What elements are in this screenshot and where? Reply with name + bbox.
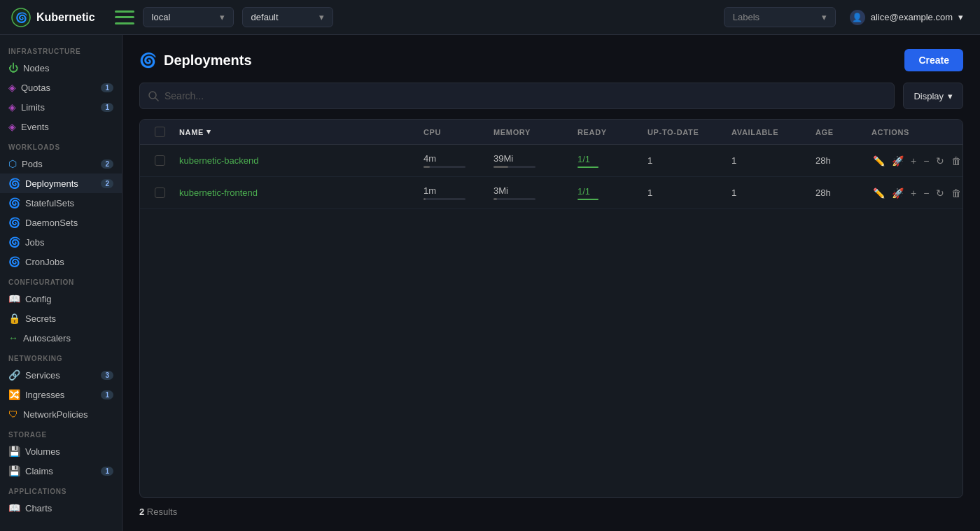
select-all-checkbox[interactable]	[155, 127, 165, 137]
sidebar-item-label: Volumes	[25, 446, 60, 457]
sidebar-item-label: Pods	[22, 159, 43, 169]
row-select-checkbox[interactable]	[155, 187, 165, 198]
sidebar-badge: 3	[101, 371, 113, 380]
user-menu[interactable]: 👤 alice@example.com ▾	[844, 7, 969, 28]
create-button[interactable]: Create	[904, 49, 963, 71]
sidebar-item-label: Services	[25, 370, 60, 381]
cpu-cell: 1m	[418, 177, 488, 208]
sidebar-item-services[interactable]: 🔗Services3	[0, 365, 122, 385]
sidebar-item-nodes[interactable]: ⏻Nodes	[0, 58, 122, 78]
refresh-icon[interactable]: ↻	[934, 154, 946, 168]
sidebar-item-volumes[interactable]: 💾Volumes	[0, 441, 122, 461]
toolbar-row: Display ▾	[139, 83, 963, 109]
sidebar-item-claims[interactable]: 💾Claims1	[0, 461, 122, 481]
header-up-to-date: UP-TO-DATE	[642, 120, 726, 144]
header-actions: ACTIONS	[866, 120, 957, 144]
edit-icon[interactable]: ✏️	[872, 154, 886, 168]
namespace-arrow: ▾	[319, 12, 324, 22]
table-body: kubernetic-backend 4m 39Mi 1/1 1 1 28h ✏…	[140, 145, 962, 209]
search-box	[139, 83, 895, 109]
sidebar-item-charts[interactable]: 📖Charts	[0, 498, 122, 518]
events-icon: ◈	[8, 121, 16, 132]
ingresses-icon: 🔀	[8, 389, 20, 400]
nodes-icon: ⏻	[8, 62, 18, 73]
results-count: 2	[139, 507, 144, 517]
networkpolicies-icon: 🛡	[8, 409, 18, 420]
sidebar-item-label: Charts	[25, 503, 52, 514]
page-title-area: 🌀 Deployments	[139, 52, 252, 69]
cluster-dropdown[interactable]: local ▾	[143, 7, 234, 27]
header-name[interactable]: NAME ▾	[174, 120, 418, 144]
sidebar-section-storage: STORAGE	[0, 424, 122, 441]
sidebar-item-label: NetworkPolicies	[23, 409, 88, 420]
deployment-name[interactable]: kubernetic-backend	[174, 147, 418, 174]
page-title: Deployments	[164, 52, 252, 69]
cluster-label: local	[152, 12, 171, 22]
cluster-arrow: ▾	[220, 12, 225, 22]
user-avatar-icon: 👤	[850, 10, 865, 25]
search-icon	[148, 91, 159, 101]
actions-cell: ✏️ 🚀 + − ↻ 🗑	[866, 178, 957, 208]
sidebar-item-config[interactable]: 📖Config	[0, 289, 122, 309]
sidebar-badge: 1	[101, 467, 113, 476]
sidebar-item-label: DaemonSets	[25, 218, 78, 228]
quotas-icon: ◈	[8, 82, 16, 93]
sidebar-item-statefulsets[interactable]: 🌀StatefulSets	[0, 193, 122, 213]
delete-icon[interactable]: 🗑	[950, 186, 962, 200]
sidebar-section-workloads: WORKLOADS	[0, 136, 122, 154]
search-input[interactable]	[164, 90, 886, 101]
sidebar-item-label: Secrets	[25, 313, 56, 324]
row-checkbox[interactable]	[146, 147, 174, 174]
display-button[interactable]: Display ▾	[903, 83, 963, 109]
sidebar-item-deployments[interactable]: 🌀Deployments2	[0, 174, 122, 193]
sidebar-item-networkpolicies[interactable]: 🛡NetworkPolicies	[0, 404, 122, 424]
delete-icon[interactable]: 🗑	[950, 154, 962, 168]
refresh-icon[interactable]: ↻	[934, 186, 946, 200]
add-icon[interactable]: +	[909, 154, 918, 168]
row-checkbox[interactable]	[146, 179, 174, 206]
sidebar-item-daemonsets[interactable]: 🌀DaemonSets	[0, 213, 122, 232]
statefulsets-icon: 🌀	[8, 197, 20, 208]
actions-cell: ✏️ 🚀 + − ↻ 🗑	[866, 146, 957, 176]
sidebar-item-pods[interactable]: ⬡Pods2	[0, 154, 122, 174]
sidebar-item-label: Limits	[21, 102, 45, 113]
cronjobs-icon: 🌀	[8, 256, 20, 267]
sidebar-item-ingresses[interactable]: 🔀Ingresses1	[0, 385, 122, 404]
hamburger-menu-icon[interactable]	[115, 10, 134, 24]
config-icon: 📖	[8, 293, 20, 304]
sidebar-badge: 2	[101, 179, 113, 188]
sidebar-item-limits[interactable]: ◈Limits1	[0, 97, 122, 117]
sidebar-section-applications: APPLICATIONS	[0, 481, 122, 498]
sidebar-item-events[interactable]: ◈Events	[0, 117, 122, 136]
minus-icon[interactable]: −	[922, 154, 930, 168]
deployment-name[interactable]: kubernetic-frontend	[174, 179, 418, 206]
row-select-checkbox[interactable]	[155, 155, 165, 166]
sidebar-item-autoscalers[interactable]: ↔Autoscalers	[0, 328, 122, 348]
jobs-icon: 🌀	[8, 236, 20, 248]
name-sort-icon: ▾	[206, 127, 211, 136]
age-cell: 28h	[810, 179, 866, 206]
charts-icon: 📖	[8, 502, 20, 514]
display-label: Display	[913, 91, 944, 101]
deploy-icon[interactable]: 🚀	[890, 154, 905, 168]
sidebar-item-label: Events	[21, 122, 49, 132]
header-ready: READY	[572, 120, 642, 144]
header-checkbox[interactable]	[146, 120, 174, 144]
sidebar-item-quotas[interactable]: ◈Quotas1	[0, 78, 122, 97]
namespace-dropdown[interactable]: default ▾	[242, 7, 333, 27]
available-cell: 1	[726, 179, 810, 206]
labels-placeholder: Labels	[733, 12, 760, 22]
edit-icon[interactable]: ✏️	[872, 186, 886, 200]
sidebar-item-cronjobs[interactable]: 🌀CronJobs	[0, 252, 122, 271]
limits-icon: ◈	[8, 101, 16, 113]
minus-icon[interactable]: −	[922, 186, 930, 200]
sidebar-item-label: Claims	[25, 466, 53, 476]
deploy-icon[interactable]: 🚀	[890, 186, 905, 200]
sidebar-item-label: Nodes	[23, 63, 50, 73]
sidebar-item-secrets[interactable]: 🔒Secrets	[0, 309, 122, 328]
sidebar-item-jobs[interactable]: 🌀Jobs	[0, 232, 122, 252]
add-icon[interactable]: +	[909, 186, 918, 200]
sidebar-item-label: Autoscalers	[23, 333, 71, 344]
labels-dropdown[interactable]: Labels ▾	[724, 7, 836, 27]
daemonsets-icon: 🌀	[8, 217, 20, 228]
